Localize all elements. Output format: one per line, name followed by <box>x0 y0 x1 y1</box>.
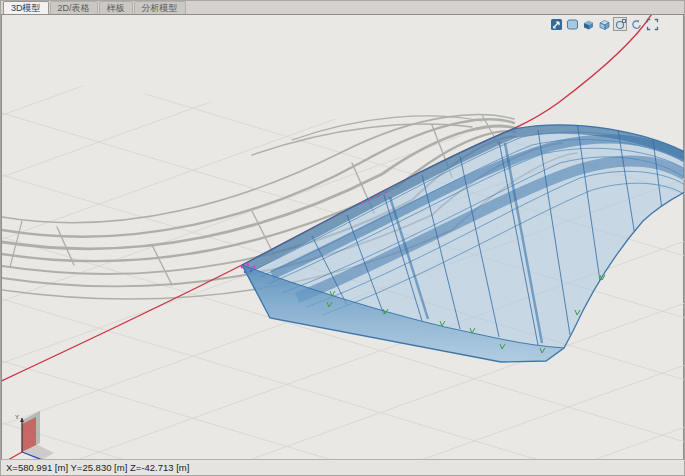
shaded-edges-icon[interactable] <box>597 17 611 31</box>
solid-shading-icon[interactable] <box>581 17 595 31</box>
view-tab-bar: 3D模型 2D/表格 样板 分析模型 <box>1 1 684 14</box>
isometric-view-icon[interactable] <box>549 17 563 31</box>
tab-template[interactable]: 样板 <box>99 1 133 14</box>
view-toolbar <box>549 17 659 31</box>
cursor-coordinates: X=580.991 [m] Y=25.830 [m] Z=-42.713 [m] <box>6 462 189 473</box>
tab-3d-model[interactable]: 3D模型 <box>3 1 49 14</box>
flat-shading-icon[interactable] <box>565 17 579 31</box>
bridge-deck-model[interactable] <box>241 122 685 362</box>
status-bar: X=580.991 [m] Y=25.830 [m] Z=-42.713 [m] <box>1 459 685 475</box>
rotate-view-icon[interactable] <box>629 17 643 31</box>
tab-2d-tables[interactable]: 2D/表格 <box>50 1 98 14</box>
viewport-3d[interactable]: Y Z <box>1 14 684 461</box>
scene-3d[interactable]: Y Z <box>2 15 685 461</box>
zoom-extents-icon[interactable] <box>645 17 659 31</box>
axis-label-y: Y <box>15 414 19 420</box>
axis-gizmo: Y Z <box>8 411 54 461</box>
tab-analysis-model[interactable]: 分析模型 <box>134 1 186 14</box>
orbit-mode-icon[interactable] <box>613 17 627 31</box>
